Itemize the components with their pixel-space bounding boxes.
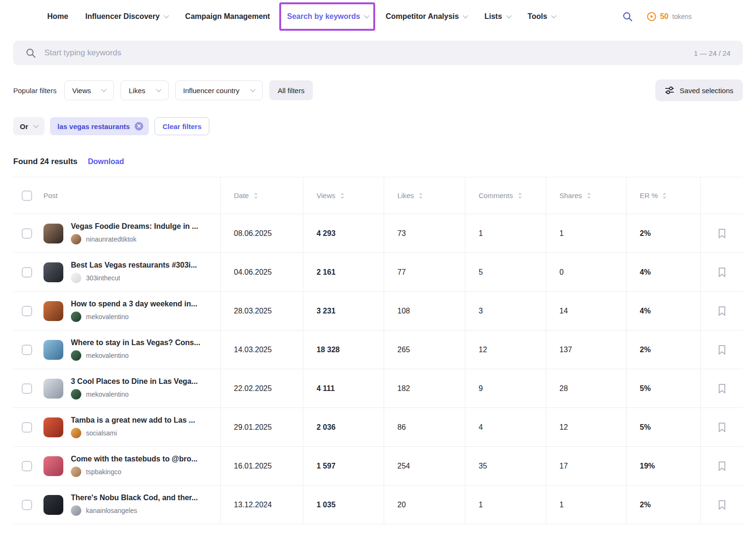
bookmark-icon[interactable]	[718, 306, 726, 316]
post-cell: Tamba is a great new add to Las ... soci…	[13, 408, 220, 446]
post-thumbnail[interactable]	[43, 301, 63, 321]
post-title[interactable]: Vegas Foodie Dreams: Indulge in ...	[71, 222, 198, 231]
column-header-views[interactable]: Views	[303, 177, 384, 214]
username[interactable]: kanainlosangeles	[86, 507, 137, 514]
user-avatar	[71, 505, 81, 516]
row-checkbox[interactable]	[22, 500, 32, 510]
row-checkbox[interactable]	[22, 228, 32, 239]
post-title[interactable]: Come with the tastebuds to @bro...	[71, 455, 198, 463]
saved-selections-button[interactable]: Saved selections	[655, 79, 743, 101]
influencer-country-filter-dropdown[interactable]: Influencer country	[175, 80, 263, 100]
er-value: 2%	[626, 330, 700, 369]
row-checkbox[interactable]	[22, 461, 32, 471]
sort-icon[interactable]	[418, 192, 423, 199]
row-checkbox[interactable]	[22, 422, 32, 433]
bookmark-icon[interactable]	[718, 383, 726, 394]
table-row: Tamba is a great new add to Las ... soci…	[13, 408, 743, 447]
sort-icon[interactable]	[662, 192, 667, 199]
post-user: mekovalentino	[71, 389, 198, 399]
column-header-date[interactable]: Date	[220, 177, 303, 214]
nav-tools[interactable]: Tools	[528, 12, 556, 21]
bookmark-icon[interactable]	[718, 267, 726, 278]
post-cell: Where to stay in Las Vegas? Cons... meko…	[13, 330, 220, 369]
post-thumbnail[interactable]	[43, 340, 63, 360]
bookmark-icon[interactable]	[718, 345, 726, 355]
username[interactable]: mekovalentino	[86, 313, 129, 321]
bookmark-icon[interactable]	[718, 228, 726, 239]
post-date: 14.03.2025	[220, 330, 303, 369]
sort-icon[interactable]	[517, 192, 523, 199]
keyword-search-input[interactable]	[44, 48, 685, 58]
views-value: 2 036	[303, 408, 384, 446]
bookmark-icon[interactable]	[718, 461, 726, 471]
username[interactable]: mekovalentino	[86, 391, 129, 398]
select-all-checkbox[interactable]	[22, 191, 32, 201]
bookmark-cell	[700, 447, 743, 485]
nav-competitor-analysis-label: Competitor Analysis	[386, 12, 459, 21]
bookmark-cell	[700, 253, 743, 291]
post-date: 04.06.2025	[220, 253, 303, 291]
row-checkbox[interactable]	[22, 383, 32, 394]
bookmark-icon[interactable]	[718, 500, 726, 510]
sort-icon[interactable]	[586, 192, 592, 199]
tokens-balance[interactable]: 50 tokens	[647, 12, 692, 21]
post-user: mekovalentino	[71, 350, 200, 361]
comments-value: 35	[465, 447, 546, 485]
column-header-likes[interactable]: Likes	[384, 177, 465, 214]
download-link[interactable]: Download	[88, 157, 124, 166]
username[interactable]: socialsami	[86, 429, 117, 437]
nav-campaign-management[interactable]: Campaign Management	[185, 12, 270, 21]
username[interactable]: tspbakingco	[86, 468, 121, 476]
date-header-label: Date	[234, 191, 249, 200]
row-checkbox[interactable]	[22, 345, 32, 355]
post-thumbnail[interactable]	[43, 456, 63, 476]
comments-value: 1	[465, 486, 546, 524]
post-title[interactable]: Tamba is a great new add to Las ...	[71, 416, 195, 425]
post-title[interactable]: Where to stay in Las Vegas? Cons...	[71, 339, 200, 347]
post-title[interactable]: There's Nobu Black Cod, and ther...	[71, 494, 198, 502]
column-header-comments[interactable]: Comments	[465, 177, 546, 214]
results-table: Post Date Views Likes Comments Shares	[13, 177, 743, 524]
post-title[interactable]: Best Las Vegas restaurants #303i...	[71, 261, 197, 269]
bookmark-icon[interactable]	[718, 422, 726, 433]
er-value: 2%	[626, 214, 700, 252]
nav-lists[interactable]: Lists	[484, 12, 510, 21]
likes-header-label: Likes	[397, 191, 414, 200]
likes-value: 182	[384, 369, 465, 408]
nav-home[interactable]: Home	[47, 12, 68, 21]
likes-filter-label: Likes	[129, 87, 145, 95]
username[interactable]: mekovalentino	[86, 352, 129, 359]
likes-filter-dropdown[interactable]: Likes	[120, 80, 168, 100]
operator-dropdown[interactable]: Or	[13, 117, 44, 135]
table-row: Vegas Foodie Dreams: Indulge in ... nina…	[13, 214, 743, 253]
clear-filters-button[interactable]: Clear filters	[155, 117, 210, 135]
post-cell: There's Nobu Black Cod, and ther... kana…	[13, 486, 220, 524]
row-checkbox[interactable]	[22, 267, 32, 278]
post-thumbnail[interactable]	[43, 262, 63, 282]
all-filters-button[interactable]: All filters	[269, 80, 313, 100]
nav-influencer-discovery[interactable]: Influencer Discovery	[85, 12, 168, 21]
sort-icon[interactable]	[340, 192, 345, 199]
column-header-er[interactable]: ER %	[626, 177, 700, 214]
username[interactable]: ninaunratedtiktok	[86, 235, 137, 243]
user-avatar	[71, 350, 81, 361]
remove-tag-icon[interactable]: ✕	[135, 122, 143, 130]
row-checkbox[interactable]	[22, 306, 32, 316]
post-thumbnail[interactable]	[43, 495, 63, 515]
nav-competitor-analysis[interactable]: Competitor Analysis	[386, 12, 467, 21]
views-filter-dropdown[interactable]: Views	[64, 80, 114, 100]
username[interactable]: 303inthecut	[86, 274, 120, 282]
post-title[interactable]: 3 Cool Places to Dine in Las Vega...	[71, 377, 198, 386]
post-thumbnail[interactable]	[43, 417, 63, 437]
post-title[interactable]: How to spend a 3 day weekend in...	[71, 300, 198, 308]
column-header-post: Post	[13, 177, 220, 214]
post-thumbnail[interactable]	[43, 224, 63, 243]
views-value: 3 231	[303, 292, 384, 330]
er-value: 5%	[626, 369, 700, 408]
sort-icon[interactable]	[253, 192, 258, 199]
shares-value: 28	[546, 369, 626, 408]
column-header-shares[interactable]: Shares	[546, 177, 626, 214]
search-button[interactable]	[622, 11, 633, 22]
nav-search-by-keywords[interactable]: Search by keywords	[287, 12, 369, 21]
post-thumbnail[interactable]	[43, 379, 63, 399]
